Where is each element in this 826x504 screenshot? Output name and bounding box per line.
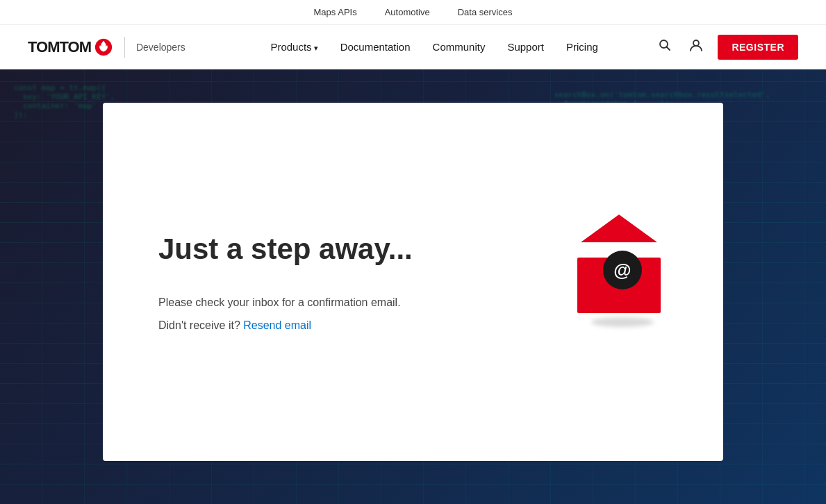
logo-area: TOMTOM Developers: [28, 37, 185, 58]
account-icon: [688, 37, 704, 53]
tomtom-flame-icon: [94, 37, 113, 57]
data-services-link[interactable]: Data services: [458, 7, 513, 17]
maps-apis-link[interactable]: Maps APIs: [314, 7, 357, 17]
email-shadow: [591, 317, 654, 327]
top-bar: Maps APIs Automotive Data services: [0, 0, 826, 25]
pricing-link[interactable]: Pricing: [558, 35, 606, 58]
developers-label: Developers: [136, 42, 185, 53]
email-illustration: @: [577, 237, 668, 327]
account-button[interactable]: [686, 35, 707, 59]
logo-text: TOMTOM: [28, 38, 91, 56]
confirmation-modal: Just a step away... Please check your in…: [103, 103, 723, 461]
support-link[interactable]: Support: [499, 35, 552, 58]
main-nav: TOMTOM Developers Products Documentation…: [0, 25, 826, 69]
automotive-link[interactable]: Automotive: [385, 7, 430, 17]
modal-body-text: Please check your inbox for a confirmati…: [158, 294, 536, 311]
modal-content: Just a step away... Please check your in…: [158, 232, 536, 332]
logo[interactable]: TOMTOM: [28, 37, 113, 57]
products-link[interactable]: Products: [262, 35, 326, 58]
documentation-link[interactable]: Documentation: [332, 35, 419, 58]
modal-resend-text: Didn't receive it? Resend email: [158, 319, 536, 332]
modal-title: Just a step away...: [158, 232, 536, 267]
resend-email-link[interactable]: Resend email: [243, 319, 311, 331]
svg-line-2: [667, 47, 670, 51]
svg-point-3: [693, 40, 699, 46]
bg-code-snippet-1: const map = tt.map({ key: 'YOUR_API_KEY'…: [14, 83, 115, 119]
register-button[interactable]: REGISTER: [718, 35, 798, 60]
resend-prefix: Didn't receive it?: [158, 319, 240, 331]
envelope-flap-open: [581, 215, 657, 242]
at-symbol-circle: @: [603, 251, 642, 289]
email-icon-wrap: @: [577, 237, 668, 313]
community-link[interactable]: Community: [424, 35, 494, 58]
nav-divider: [124, 37, 125, 58]
nav-right: REGISTER: [655, 35, 798, 60]
nav-links: Products Documentation Community Support…: [213, 35, 656, 58]
search-button[interactable]: [655, 35, 675, 58]
search-icon: [658, 38, 672, 52]
